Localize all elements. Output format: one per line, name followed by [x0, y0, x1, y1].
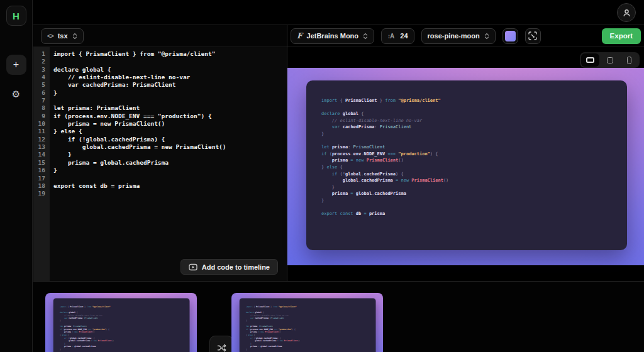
theme-value: rose-pine-moon [428, 32, 480, 40]
line-numbers: 1 2 3 4 5 6 7 8 9 10 11 12 13 14 15 16 1… [33, 47, 50, 281]
font-icon: F [297, 31, 303, 40]
code-input[interactable]: import { PrismaClient } from "@prisma/cl… [50, 47, 287, 281]
font-size-value: 24 [400, 32, 408, 40]
highlighted-code: import { PrismaClient } from "@prisma/cl… [306, 80, 627, 217]
frame-1-gradient: import { PrismaClient } from "@prisma/cl… [45, 293, 197, 352]
content-row: <> tsx 1 2 3 4 5 6 7 8 9 10 11 12 13 14 … [33, 25, 644, 281]
color-swatch [505, 31, 516, 41]
device-desktop-button[interactable] [581, 53, 599, 67]
code-preview-card[interactable]: import { PrismaClient } from "@prisma/cl… [306, 80, 627, 250]
settings-button[interactable]: ⚙ [12, 89, 20, 100]
tablet-icon [607, 57, 613, 63]
top-bar [33, 0, 644, 25]
export-button[interactable]: Export [602, 28, 641, 44]
video-play-icon [189, 263, 197, 271]
account-button[interactable] [617, 3, 636, 22]
chevron-up-down-icon [484, 33, 489, 40]
code-brackets-icon: <> [47, 33, 53, 40]
frame-2-card: import { PrismaClient } from "@prisma/cl… [240, 299, 376, 352]
preview-canvas: import { PrismaClient } from "@prisma/cl… [287, 47, 644, 281]
text-size-icon: ↕A [387, 33, 394, 40]
app-logo[interactable]: H [6, 6, 26, 26]
timeline-frame-1[interactable]: import { PrismaClient } from "@prisma/cl… [45, 293, 197, 352]
phone-icon [627, 57, 631, 64]
device-phone-button[interactable] [620, 53, 638, 67]
theme-select[interactable]: rose-pine-moon [421, 28, 496, 44]
new-project-button[interactable]: + [6, 55, 26, 75]
focus-frame-icon [528, 31, 537, 40]
frame-2-code: import { PrismaClient } from "@prisma/cl… [240, 299, 376, 352]
shuffle-icon [217, 343, 226, 352]
shuffle-transition-button[interactable] [209, 336, 233, 352]
left-rail: H + ⚙ [0, 0, 33, 352]
gear-icon: ⚙ [12, 89, 20, 99]
gradient-background[interactable]: import { PrismaClient } from "@prisma/cl… [287, 68, 644, 265]
timeline-frame-2[interactable]: import { PrismaClient } from "@prisma/cl… [231, 293, 383, 352]
chevron-up-down-icon [363, 33, 368, 40]
preview-toolbar: F JetBrains Mono ↕A 24 rose-pine-moon [287, 25, 644, 47]
desktop-icon [586, 57, 594, 63]
logo-letter: H [13, 11, 19, 21]
add-code-label: Add code to timeline [202, 263, 270, 271]
background-color-picker[interactable] [502, 28, 518, 44]
add-code-to-timeline-button[interactable]: Add code to timeline [180, 259, 278, 275]
plus-icon: + [13, 59, 19, 70]
app-window: H + ⚙ <> tsx [0, 0, 644, 352]
frame-2-gradient: import { PrismaClient } from "@prisma/cl… [231, 293, 383, 352]
language-select[interactable]: <> tsx [41, 28, 84, 44]
language-label: tsx [58, 32, 68, 40]
timeline: import { PrismaClient } from "@prisma/cl… [33, 281, 644, 352]
font-family-select[interactable]: F JetBrains Mono [291, 28, 374, 44]
device-size-toggle [580, 52, 640, 68]
frame-1-card: import { PrismaClient } from "@prisma/cl… [53, 299, 190, 352]
person-icon [622, 8, 631, 18]
device-tablet-button[interactable] [601, 53, 619, 67]
preview-panel: F JetBrains Mono ↕A 24 rose-pine-moon [287, 25, 644, 281]
code-editor-panel: <> tsx 1 2 3 4 5 6 7 8 9 10 11 12 13 14 … [33, 25, 287, 281]
frame-1-code: import { PrismaClient } from "@prisma/cl… [53, 299, 190, 352]
editor-body: 1 2 3 4 5 6 7 8 9 10 11 12 13 14 15 16 1… [33, 47, 287, 281]
chevron-up-down-icon [72, 33, 77, 40]
main-area: <> tsx 1 2 3 4 5 6 7 8 9 10 11 12 13 14 … [33, 0, 644, 352]
editor-toolbar: <> tsx [33, 25, 287, 47]
font-family-value: JetBrains Mono [307, 32, 359, 40]
font-size-input[interactable]: ↕A 24 [381, 28, 414, 44]
frame-settings-button[interactable] [525, 28, 541, 44]
